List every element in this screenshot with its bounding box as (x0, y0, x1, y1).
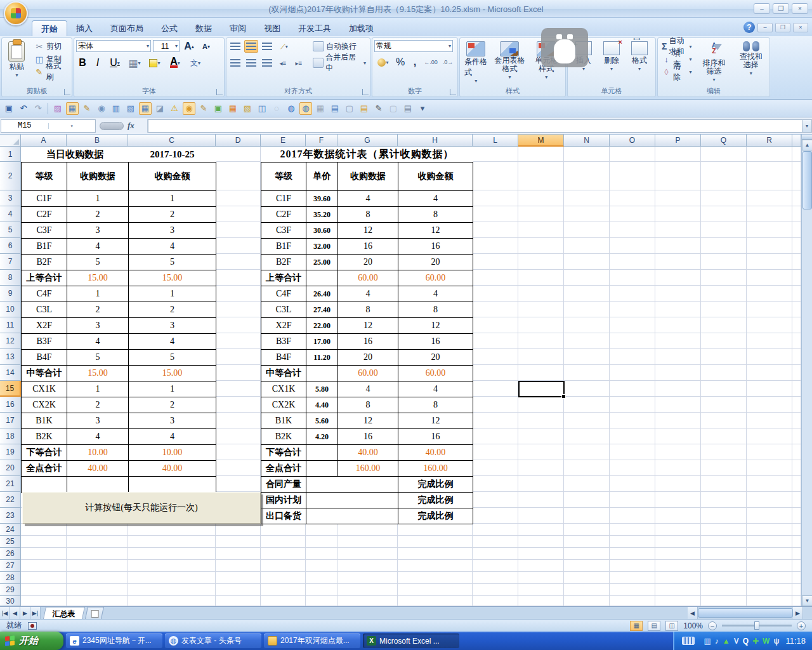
cell-B7[interactable]: 5 (67, 254, 129, 270)
macro-record-icon[interactable] (28, 622, 37, 630)
cell-F4[interactable]: 35.20 (306, 206, 338, 223)
col-header-M[interactable]: M (518, 135, 564, 147)
italic-button[interactable]: I (91, 56, 104, 69)
vertical-split-handle[interactable] (802, 135, 812, 140)
cell-C2[interactable]: 收购金额 (128, 162, 216, 191)
name-box-dropdown-icon[interactable]: ▾ (48, 123, 96, 129)
cell-C9[interactable]: 1 (128, 286, 216, 302)
clear-button[interactable]: ◊清除▾ (660, 65, 693, 78)
cell-A7[interactable]: B2F (21, 254, 67, 270)
ribbon-tab-插入[interactable]: 插入 (67, 20, 102, 36)
cell-C18[interactable]: 4 (128, 428, 216, 445)
cell-A14[interactable]: 中等合计 (21, 365, 67, 381)
increase-indent-button[interactable]: ▸≡ (292, 56, 306, 69)
cell-B13[interactable]: 5 (67, 349, 129, 366)
cell-F11[interactable]: 22.00 (306, 317, 338, 334)
scroll-left-icon[interactable]: ◀ (688, 607, 698, 619)
cell-B2[interactable]: 收购数据 (67, 162, 129, 191)
vertical-scrollbar[interactable]: ▲ ▼ (801, 135, 812, 606)
cell-G20[interactable]: 160.00 (337, 460, 398, 477)
next-sheet-icon[interactable]: ▶ (20, 607, 30, 619)
cell-F20[interactable] (306, 460, 338, 477)
col-header-F[interactable]: F (306, 135, 337, 147)
name-box[interactable]: M15 ▾ (1, 119, 96, 133)
middle-align-button[interactable] (244, 40, 258, 53)
merge-center-button[interactable]: 合并后居中▾ (311, 56, 368, 69)
scroll-up-icon[interactable]: ▲ (802, 140, 812, 150)
cell-C21[interactable] (128, 476, 216, 493)
font-size-select[interactable]: 11▾ (153, 40, 180, 52)
align-left-button[interactable] (228, 56, 242, 69)
cell-G4[interactable]: 8 (337, 206, 398, 223)
cell-A19[interactable]: 下等合计 (21, 444, 67, 461)
close-button[interactable]: × (792, 3, 808, 14)
col-header-H[interactable]: H (398, 135, 473, 147)
cell-G3[interactable]: 4 (337, 190, 398, 207)
first-sheet-icon[interactable]: |◀ (0, 607, 10, 619)
document-icon[interactable]: ▢ (343, 102, 356, 115)
insert-worksheet-tab[interactable] (85, 607, 104, 619)
cell-C13[interactable]: 5 (128, 349, 216, 366)
row-header-19[interactable]: 19 (0, 444, 21, 460)
row-header-22[interactable]: 22 (0, 492, 21, 508)
row-header-29[interactable]: 29 (0, 584, 21, 596)
bold-button[interactable]: B (76, 56, 89, 69)
prev-sheet-icon[interactable]: ◀ (10, 607, 20, 619)
col-header-C[interactable]: C (128, 135, 216, 147)
cell-E16[interactable]: CX2K (261, 397, 306, 413)
network-icon[interactable]: ▥ (704, 637, 710, 645)
help-icon[interactable]: ? (743, 22, 755, 33)
cell-F23[interactable] (306, 508, 398, 524)
row-header-15[interactable]: 15 (0, 381, 21, 397)
number-dialog-launcher[interactable] (450, 89, 456, 95)
find-sheet-icon[interactable]: ◉ (183, 102, 195, 115)
cell-G8[interactable]: 60.00 (337, 270, 398, 286)
col-header-E[interactable]: E (261, 135, 306, 147)
paste-button[interactable]: 粘贴▾ (4, 40, 30, 86)
increase-decimal-button[interactable]: ←.00 (423, 56, 438, 69)
cell-C16[interactable]: 2 (128, 397, 216, 413)
ribbon-tab-审阅[interactable]: 审阅 (221, 20, 255, 36)
cell-A9[interactable]: C4F (21, 286, 67, 302)
select-all-corner[interactable] (0, 135, 21, 147)
cell-E21[interactable]: 合同产量 (261, 476, 306, 493)
cell-F3[interactable]: 39.60 (306, 190, 338, 207)
cell-C10[interactable]: 2 (128, 302, 216, 318)
cell-G18[interactable]: 16 (337, 428, 398, 445)
wrap-text-button[interactable]: 自动换行 (311, 40, 368, 53)
col-header-A[interactable]: A (21, 135, 67, 147)
cell-A12[interactable]: B3F (21, 333, 67, 350)
cell-B5[interactable]: 3 (67, 222, 129, 239)
cell-F19[interactable] (306, 444, 338, 461)
borders-button[interactable]: ▦▾ (126, 56, 143, 69)
permission-icon[interactable]: ▨ (51, 102, 64, 115)
cell-F21[interactable] (306, 476, 398, 493)
update-icon[interactable]: ▲ (723, 637, 730, 645)
chart-icon[interactable]: ▧ (241, 102, 254, 115)
cell-B19[interactable]: 10.00 (67, 444, 129, 461)
cell-H20[interactable]: 160.00 (398, 460, 473, 477)
cell-F15[interactable]: 5.80 (306, 381, 338, 397)
selected-cell-outline[interactable] (518, 381, 565, 397)
warning-icon[interactable]: ⚠ (168, 102, 181, 115)
delete-cells-button[interactable]: ×删除▾ (601, 40, 622, 86)
cell-H10[interactable]: 8 (398, 302, 473, 318)
row-header-2[interactable]: 2 (0, 162, 21, 190)
cell-H17[interactable]: 12 (398, 413, 473, 429)
open-folder-icon[interactable]: ▤ (358, 102, 370, 115)
cell-H11[interactable]: 12 (398, 317, 473, 334)
cell-A1[interactable]: 当日收购数据 (21, 147, 129, 162)
row-header-23[interactable]: 23 (0, 508, 21, 524)
cell-C19[interactable]: 10.00 (128, 444, 216, 461)
cell-E22[interactable]: 国内计划 (261, 492, 306, 508)
font-family-select[interactable]: 宋体▾ (76, 40, 151, 52)
row-header-8[interactable]: 8 (0, 270, 21, 286)
last-sheet-icon[interactable]: ▶| (30, 607, 41, 619)
ribbon-tab-开始[interactable]: 开始 (32, 20, 67, 36)
cell-G17[interactable]: 12 (337, 413, 398, 429)
cell-G2[interactable]: 收购数据 (337, 162, 398, 191)
cell-A21[interactable] (21, 476, 67, 493)
cell-A13[interactable]: B4F (21, 349, 67, 366)
cell-E2[interactable]: 等级 (261, 162, 306, 191)
customize-icon[interactable]: ✎ (81, 102, 93, 115)
